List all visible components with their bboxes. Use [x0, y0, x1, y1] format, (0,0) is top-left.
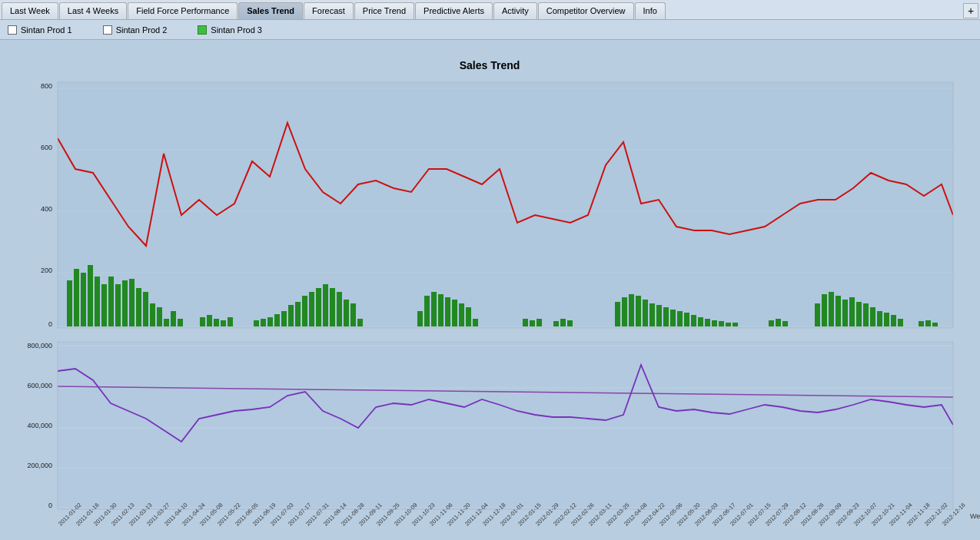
svg-rect-11 — [129, 279, 135, 326]
svg-rect-13 — [143, 292, 148, 326]
svg-rect-58 — [636, 296, 641, 326]
svg-rect-17 — [171, 311, 176, 326]
legend-label-prod3: Sintan Prod 3 — [211, 25, 262, 35]
svg-rect-20 — [207, 315, 212, 326]
svg-rect-37 — [344, 300, 349, 326]
svg-rect-29 — [288, 305, 294, 326]
svg-rect-81 — [849, 297, 855, 326]
svg-rect-50 — [530, 320, 535, 326]
svg-rect-15 — [157, 307, 162, 326]
svg-rect-48 — [473, 319, 478, 326]
svg-rect-47 — [466, 307, 471, 326]
svg-rect-32 — [309, 292, 314, 326]
tab-sales-trend[interactable]: Sales Trend — [238, 2, 303, 19]
svg-rect-69 — [712, 320, 717, 326]
svg-rect-82 — [856, 302, 862, 326]
svg-rect-73 — [769, 320, 774, 326]
svg-rect-34 — [323, 284, 328, 326]
chart-container: Sales Trend 800 600 400 200 0 — [0, 40, 980, 540]
y-label-0-bottom: 0 — [48, 502, 52, 509]
legend-color-prod3 — [198, 25, 207, 35]
y-label-0-top: 0 — [48, 320, 52, 328]
svg-rect-27 — [274, 314, 280, 326]
legend-item-prod1: Sintan Prod 1 — [8, 25, 72, 35]
svg-rect-56 — [622, 297, 627, 326]
svg-rect-10 — [122, 280, 128, 326]
svg-rect-31 — [302, 296, 307, 326]
y-label-800: 800 — [41, 82, 52, 90]
svg-rect-2 — [67, 280, 72, 326]
y-label-200: 200 — [41, 267, 52, 274]
svg-rect-76 — [815, 303, 820, 326]
legend-color-prod2 — [103, 25, 112, 35]
svg-rect-78 — [829, 292, 834, 326]
svg-rect-40 — [417, 311, 423, 326]
legend-item-prod2: Sintan Prod 2 — [103, 25, 168, 35]
y-label-400k: 400,000 — [27, 422, 52, 429]
svg-rect-30 — [295, 302, 301, 326]
svg-rect-8 — [108, 277, 114, 326]
svg-rect-53 — [560, 319, 566, 326]
svg-rect-52 — [553, 321, 559, 326]
svg-rect-54 — [567, 320, 573, 326]
svg-rect-21 — [214, 319, 219, 326]
svg-rect-86 — [884, 313, 889, 326]
svg-rect-45 — [452, 300, 457, 326]
svg-rect-71 — [726, 323, 731, 326]
tabs-bar: Last Week Last 4 Weeks Field Force Perfo… — [0, 0, 980, 20]
svg-rect-16 — [164, 319, 169, 326]
y-label-600k: 600,000 — [27, 382, 52, 389]
svg-rect-83 — [863, 303, 869, 326]
svg-rect-4 — [81, 273, 86, 326]
legend-label-prod1: Sintan Prod 1 — [21, 25, 72, 35]
svg-rect-67 — [698, 317, 703, 326]
svg-rect-6 — [95, 277, 100, 326]
tab-price-trend[interactable]: Price Trend — [354, 2, 414, 19]
svg-rect-87 — [891, 315, 896, 326]
svg-rect-77 — [822, 294, 827, 326]
tab-activity[interactable]: Activity — [493, 2, 537, 19]
svg-rect-66 — [691, 315, 696, 326]
svg-rect-12 — [136, 288, 141, 326]
chart-title: Sales Trend — [460, 59, 520, 71]
y-label-600: 600 — [41, 144, 52, 151]
svg-rect-79 — [835, 296, 841, 326]
svg-rect-60 — [649, 303, 655, 326]
svg-rect-26 — [267, 317, 273, 326]
svg-rect-65 — [684, 313, 689, 326]
tab-forecast[interactable]: Forecast — [304, 2, 354, 19]
svg-rect-49 — [523, 319, 528, 326]
svg-rect-28 — [281, 311, 287, 326]
svg-rect-90 — [925, 320, 931, 326]
svg-rect-36 — [337, 292, 342, 326]
svg-rect-22 — [221, 320, 226, 326]
add-tab-button[interactable]: + — [963, 3, 978, 18]
tab-info[interactable]: Info — [635, 2, 666, 19]
y-label-200k: 200,000 — [27, 462, 52, 469]
svg-rect-57 — [629, 294, 634, 326]
tab-last-week[interactable]: Last Week — [2, 2, 58, 19]
legend-item-prod3: Sintan Prod 3 — [198, 25, 262, 35]
svg-rect-19 — [200, 317, 205, 326]
y-label-800k: 800,000 — [27, 342, 52, 350]
svg-rect-72 — [733, 323, 738, 326]
svg-rect-3 — [74, 269, 79, 326]
tab-competitor-overview[interactable]: Competitor Overview — [538, 2, 634, 19]
svg-rect-68 — [705, 319, 710, 326]
svg-rect-70 — [719, 321, 724, 326]
svg-rect-14 — [150, 303, 155, 326]
svg-rect-51 — [537, 319, 542, 326]
svg-rect-42 — [431, 292, 437, 326]
svg-rect-63 — [670, 310, 676, 326]
tab-predictive-alerts[interactable]: Predictive Alerts — [415, 2, 493, 19]
tab-last-4-weeks[interactable]: Last 4 Weeks — [59, 2, 127, 19]
svg-rect-25 — [261, 319, 266, 326]
legend-bar: Sintan Prod 1 Sintan Prod 2 Sintan Prod … — [0, 20, 980, 40]
legend-color-prod1 — [8, 25, 17, 35]
svg-rect-41 — [424, 296, 430, 326]
tab-field-force[interactable]: Field Force Performance — [128, 2, 238, 19]
svg-rect-23 — [228, 317, 233, 326]
svg-rect-7 — [101, 284, 107, 326]
svg-rect-75 — [782, 321, 788, 326]
svg-rect-46 — [459, 303, 464, 326]
